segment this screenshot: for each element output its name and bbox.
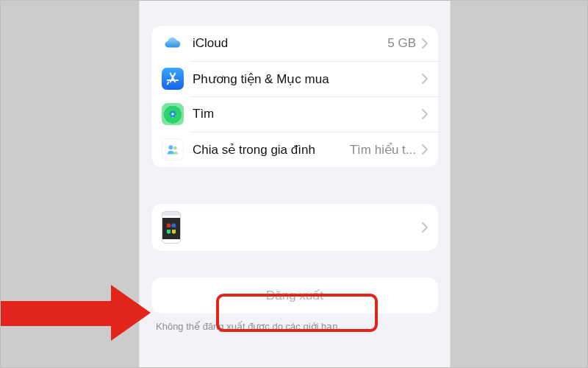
row-icloud[interactable]: iCloud 5 GB bbox=[151, 26, 438, 61]
sign-out-button[interactable]: Đăng xuất bbox=[151, 277, 438, 314]
canvas: iCloud 5 GB Phương tiện & Mục mua Tìm bbox=[0, 0, 588, 368]
row-detail: Tìm hiểu t... bbox=[350, 142, 416, 158]
row-label: Phương tiện & Mục mua bbox=[193, 71, 422, 87]
chevron-right-icon bbox=[422, 144, 428, 155]
find-my-icon bbox=[162, 103, 184, 125]
row-family-sharing[interactable]: Chia sẻ trong gia đình Tìm hiểu t... bbox=[151, 132, 438, 167]
chevron-right-icon bbox=[422, 74, 428, 84]
chevron-right-icon bbox=[422, 38, 428, 49]
row-label: iCloud bbox=[193, 36, 387, 51]
row-label: Chia sẻ trong gia đình bbox=[193, 142, 350, 158]
svg-point-2 bbox=[168, 145, 173, 149]
row-device[interactable] bbox=[151, 204, 438, 251]
family-sharing-icon bbox=[162, 138, 184, 160]
appstore-icon bbox=[162, 68, 184, 90]
chevron-right-icon bbox=[422, 109, 428, 119]
device-thumbnail-icon bbox=[162, 211, 181, 244]
svg-point-1 bbox=[171, 113, 174, 116]
row-find[interactable]: Tìm bbox=[151, 96, 438, 132]
chevron-right-icon bbox=[422, 222, 428, 233]
row-media-purchases[interactable]: Phương tiện & Mục mua bbox=[151, 61, 438, 96]
svg-point-3 bbox=[173, 146, 177, 150]
devices-group bbox=[151, 204, 438, 251]
account-group: iCloud 5 GB Phương tiện & Mục mua Tìm bbox=[151, 26, 438, 167]
cloud-icon bbox=[162, 32, 184, 54]
settings-screen: iCloud 5 GB Phương tiện & Mục mua Tìm bbox=[139, 1, 451, 367]
sign-out-label: Đăng xuất bbox=[266, 289, 323, 302]
sign-out-footnote: Không thể đăng xuất được do các giới hạn… bbox=[156, 321, 434, 332]
row-detail: 5 GB bbox=[387, 36, 416, 51]
row-label: Tìm bbox=[193, 107, 422, 121]
